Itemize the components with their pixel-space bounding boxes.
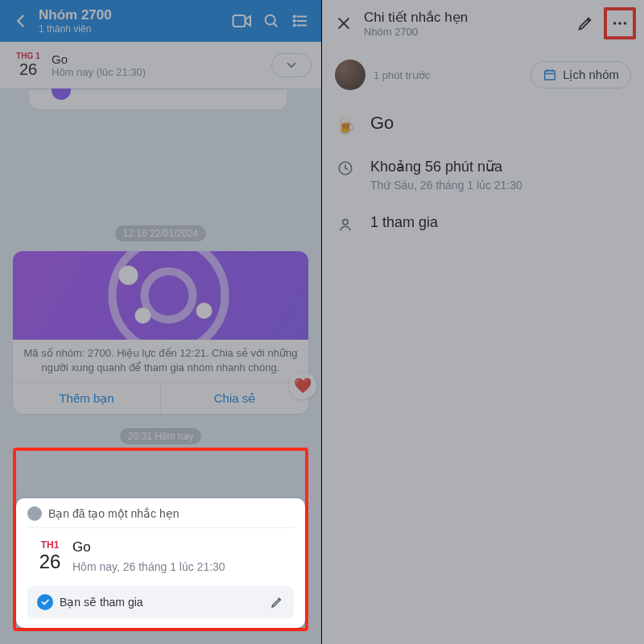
event-remaining: Khoảng 56 phút nữa (370, 158, 522, 175)
created-time: 1 phút trước (374, 69, 530, 81)
edit-button[interactable] (572, 10, 599, 37)
svg-rect-13 (545, 71, 555, 80)
person-icon (335, 214, 356, 233)
pinned-date: THG 1 26 (10, 52, 47, 79)
svg-point-7 (119, 266, 138, 285)
expand-pinned-button[interactable] (271, 53, 312, 77)
reminder-day: 26 (27, 551, 72, 573)
detail-meta-row: 1 phút trước Lịch nhóm (335, 55, 631, 101)
svg-point-1 (266, 15, 275, 25)
svg-point-2 (294, 15, 295, 17)
creator-avatar[interactable] (335, 60, 365, 90)
pinned-day: 26 (10, 60, 47, 79)
svg-point-3 (294, 20, 295, 22)
pinned-text: Go Hôm nay (lúc 21:30) (47, 52, 271, 78)
detail-title-block: Chi tiết nhắc hẹn Nhóm 2700 (362, 9, 567, 38)
event-participants-row[interactable]: 1 tham gia (335, 203, 631, 245)
edit-icon[interactable] (270, 595, 284, 609)
svg-point-8 (135, 308, 151, 324)
event-datetime: Thứ Sáu, 26 tháng 1 lúc 21:30 (370, 179, 522, 192)
event-participants: 1 tham gia (370, 214, 438, 231)
svg-point-11 (618, 22, 621, 25)
svg-point-9 (196, 303, 213, 319)
chat-title-block[interactable]: Nhóm 2700 1 thành viên (35, 7, 228, 35)
chat-pane: Nhóm 2700 1 thành viên THG 1 26 Go Hôm n… (0, 0, 322, 644)
video-call-button[interactable] (228, 6, 257, 35)
reminder-status-row[interactable]: Bạn sẽ tham gia (27, 586, 294, 618)
timestamp-pill: 20:31 Hôm nay (120, 428, 201, 444)
reminder-header-text: Bạn đã tạo một nhắc hẹn (48, 507, 180, 520)
detail-body: 1 phút trước Lịch nhóm 🍺 Go Khoảng 56 ph… (322, 47, 644, 253)
pinned-month: THG 1 (10, 52, 47, 60)
check-icon (37, 594, 53, 610)
detail-pane: Chi tiết nhắc hẹn Nhóm 2700 1 phút trước… (322, 0, 644, 644)
svg-rect-0 (233, 15, 246, 27)
group-share-card[interactable]: Mã số nhóm: 2700. Hiệu lực đến 12:21. Ch… (0, 251, 321, 414)
group-calendar-label: Lịch nhóm (563, 68, 619, 82)
share-text: Mã số nhóm: 2700. Hiệu lực đến 12:21. Ch… (13, 340, 308, 382)
svg-point-12 (624, 22, 627, 25)
group-calendar-button[interactable]: Lịch nhóm (530, 61, 631, 89)
svg-point-4 (294, 24, 295, 26)
add-friend-button[interactable]: Thêm bạn (13, 383, 161, 414)
reminder-status-label: Bạn sẽ tham gia (60, 596, 263, 609)
chat-header: Nhóm 2700 1 thành viên (0, 0, 321, 42)
heart-reaction[interactable]: ❤️ (289, 372, 316, 399)
svg-point-10 (613, 22, 617, 25)
back-button[interactable] (6, 6, 35, 35)
detail-subtitle: Nhóm 2700 (364, 26, 567, 38)
timestamp-pill: 12:16 22/01/2024 (115, 225, 206, 242)
svg-point-15 (343, 220, 348, 225)
event-title-row: 🍺 Go (335, 101, 631, 147)
highlight-box-more (604, 7, 636, 39)
reminder-card[interactable]: Bạn đã tạo một nhắc hẹn TH1 26 Go Hôm na… (16, 498, 305, 628)
svg-point-6 (145, 271, 193, 320)
avatar (27, 506, 42, 521)
event-title: Go (370, 113, 394, 134)
svg-point-5 (113, 251, 225, 340)
beer-icon: 🍺 (335, 113, 356, 135)
menu-button[interactable] (286, 6, 315, 35)
pinned-subtitle: Hôm nay (lúc 21:30) (52, 66, 271, 78)
clock-icon (335, 158, 356, 177)
reminder-header: Bạn đã tạo một nhắc hẹn (27, 506, 294, 528)
share-button[interactable]: Chia sẻ (161, 383, 308, 414)
chat-title: Nhóm 2700 (39, 7, 228, 23)
detail-header: Chi tiết nhắc hẹn Nhóm 2700 (322, 0, 644, 47)
pinned-title: Go (52, 52, 271, 66)
reminder-month: TH1 (27, 539, 72, 551)
reminder-title: Go (72, 539, 225, 555)
reminder-subtitle: Hôm nay, 26 tháng 1 lúc 21:30 (72, 560, 225, 573)
search-button[interactable] (257, 6, 286, 35)
event-time-row: Khoảng 56 phút nữa Thứ Sáu, 26 tháng 1 l… (335, 147, 631, 203)
chat-subtitle: 1 thành viên (39, 23, 228, 35)
message-card-stub (29, 90, 287, 109)
reminder-date: TH1 26 (27, 539, 72, 573)
pinned-bar[interactable]: THG 1 26 Go Hôm nay (lúc 21:30) (0, 42, 321, 89)
share-graphic (13, 251, 308, 340)
more-button[interactable] (609, 12, 631, 35)
close-button[interactable] (330, 10, 357, 37)
detail-title: Chi tiết nhắc hẹn (364, 9, 567, 26)
